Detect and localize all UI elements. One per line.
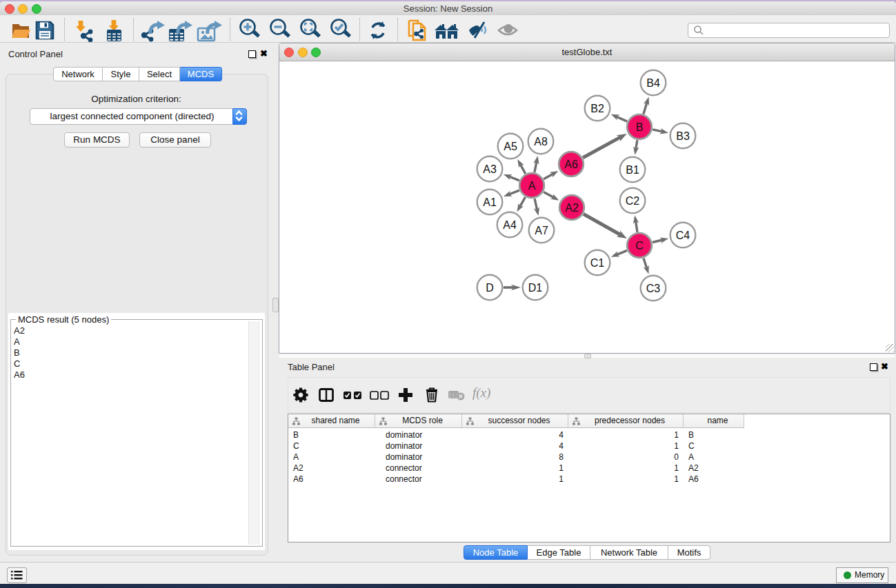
svg-text:A1: A1 xyxy=(483,196,497,208)
svg-text:A7: A7 xyxy=(535,225,548,236)
svg-text:B4: B4 xyxy=(646,77,660,89)
svg-text:B1: B1 xyxy=(626,164,639,176)
svg-text:C2: C2 xyxy=(626,195,640,207)
svg-text:D: D xyxy=(486,282,494,294)
svg-text:D1: D1 xyxy=(528,282,543,294)
svg-text:B2: B2 xyxy=(590,103,604,114)
svg-text:A3: A3 xyxy=(483,163,497,175)
svg-text:A: A xyxy=(528,180,536,192)
svg-text:C4: C4 xyxy=(676,230,690,241)
svg-text:B3: B3 xyxy=(676,130,690,142)
svg-text:C3: C3 xyxy=(646,283,661,294)
svg-text:A2: A2 xyxy=(565,202,579,214)
svg-text:C1: C1 xyxy=(590,257,605,269)
svg-text:A5: A5 xyxy=(504,141,517,152)
svg-text:B: B xyxy=(636,121,644,133)
svg-text:C: C xyxy=(635,240,644,252)
svg-text:A8: A8 xyxy=(534,136,548,148)
svg-text:A6: A6 xyxy=(564,159,578,170)
svg-text:A4: A4 xyxy=(503,219,517,231)
